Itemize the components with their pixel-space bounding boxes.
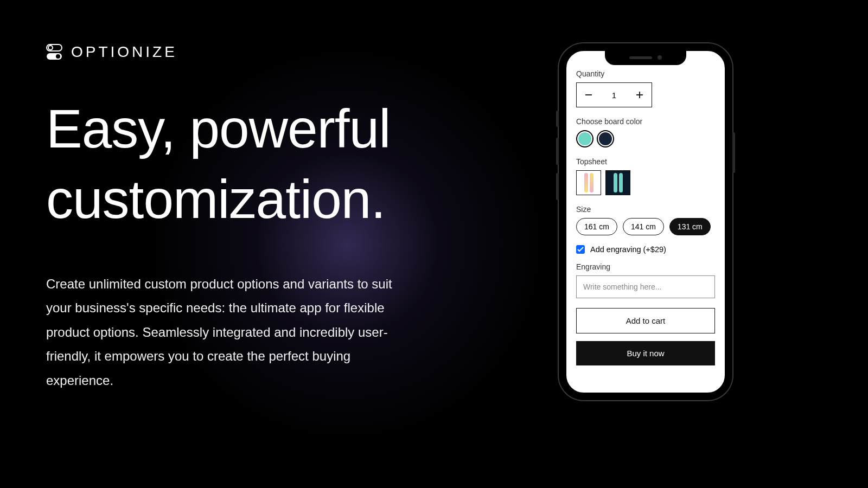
svg-rect-0 — [47, 44, 62, 51]
board-color-option-teal[interactable] — [576, 130, 593, 147]
hero-description: Create unlimited custom product options … — [46, 272, 404, 393]
size-option-161[interactable]: 161 cm — [576, 218, 617, 235]
engraving-checkbox-label: Add engraving (+$29) — [590, 245, 666, 254]
quantity-increase-button[interactable] — [628, 83, 652, 107]
add-to-cart-button[interactable]: Add to cart — [576, 308, 715, 333]
toggle-icon — [46, 43, 66, 61]
phone-mockup: Quantity 1 Choose board color Topsheet — [559, 43, 732, 400]
topsheet-option-dark[interactable] — [605, 170, 630, 195]
svg-point-3 — [56, 54, 60, 59]
hero-headline: Easy, powerful customization. — [46, 93, 437, 234]
size-options: 161 cm 141 cm 131 cm — [576, 218, 715, 235]
topsheet-option-light[interactable] — [576, 170, 601, 195]
svg-point-1 — [48, 46, 53, 50]
topsheet-options — [576, 170, 715, 195]
engraving-input[interactable]: Write something here... — [576, 275, 715, 298]
quantity-decrease-button[interactable] — [577, 83, 601, 107]
engraving-label: Engraving — [576, 262, 715, 271]
quantity-stepper: 1 — [576, 82, 652, 107]
quantity-label: Quantity — [576, 69, 715, 78]
size-label: Size — [576, 205, 715, 214]
engraving-checkbox[interactable] — [576, 245, 585, 254]
board-color-swatches — [576, 130, 715, 147]
svg-rect-6 — [636, 94, 643, 95]
topsheet-label: Topsheet — [576, 157, 715, 166]
quantity-value: 1 — [601, 83, 628, 107]
buy-now-button[interactable]: Buy it now — [576, 341, 715, 365]
size-option-131[interactable]: 131 cm — [669, 218, 711, 235]
board-color-option-navy[interactable] — [597, 130, 614, 147]
brand-name: OPTIONIZE — [71, 43, 177, 61]
svg-rect-4 — [585, 94, 592, 95]
brand-logo: OPTIONIZE — [46, 43, 437, 61]
size-option-141[interactable]: 141 cm — [623, 218, 664, 235]
board-color-label: Choose board color — [576, 117, 715, 126]
